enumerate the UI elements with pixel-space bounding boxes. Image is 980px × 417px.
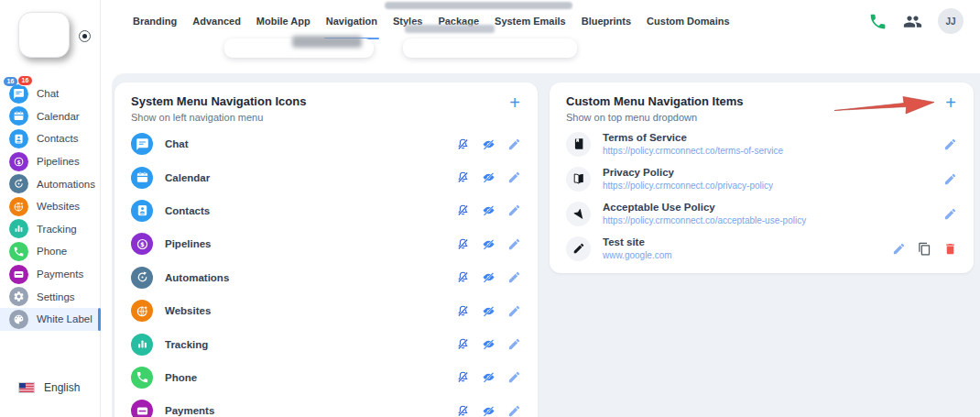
sidebar-item-label: Websites [37, 201, 80, 212]
tab-system-emails[interactable]: System Emails [495, 16, 566, 32]
tracking-icon [131, 334, 153, 356]
system-menu-row-contacts: Contacts [114, 194, 538, 227]
edit-icon[interactable] [507, 404, 521, 417]
add-custom-item-button[interactable]: + [942, 92, 960, 114]
logo-radio-button[interactable] [79, 30, 91, 42]
edit-icon[interactable] [943, 137, 957, 151]
tab-blueprints[interactable]: Blueprints [582, 16, 631, 32]
hide-on-web-icon[interactable] [456, 404, 470, 417]
sidebar-icon-wrap: $ [9, 152, 28, 171]
calendar-icon [9, 106, 28, 126]
hide-on-mobile-icon[interactable] [482, 304, 495, 318]
hide-on-web-icon[interactable] [456, 170, 470, 184]
chat-icon [131, 133, 153, 155]
tab-mobile-app[interactable]: Mobile App [256, 16, 310, 32]
hide-on-mobile-icon[interactable] [482, 237, 495, 251]
chat-icon [9, 84, 28, 104]
hide-on-mobile-icon[interactable] [482, 270, 495, 284]
add-system-item-button[interactable]: + [506, 92, 524, 114]
tracking-icon [9, 219, 28, 238]
hide-on-web-icon[interactable] [456, 337, 470, 351]
tab-advanced[interactable]: Advanced [192, 16, 241, 32]
hide-on-mobile-icon[interactable] [482, 137, 495, 151]
hide-on-web-icon[interactable] [456, 370, 470, 384]
sidebar-item-websites[interactable]: Websites [0, 195, 101, 218]
edit-icon[interactable] [507, 337, 521, 351]
language-selector[interactable]: English [0, 381, 101, 394]
edit-icon[interactable] [507, 137, 521, 151]
agency-logo [18, 12, 70, 58]
hide-on-web-icon[interactable] [456, 137, 470, 151]
hide-on-web-icon[interactable] [456, 237, 470, 251]
row-actions [943, 207, 957, 221]
hide-on-mobile-icon[interactable] [482, 404, 495, 417]
custom-item-text: Privacy Policy https://policy.crmconnect… [603, 167, 773, 191]
phone-icon [9, 242, 28, 261]
custom-item-url[interactable]: https://policy.crmconnect.co/privacy-pol… [603, 181, 773, 191]
sidebar-item-label: White Label [37, 313, 93, 324]
sidebar-icon-wrap [9, 197, 28, 216]
contacts-icon [131, 200, 153, 222]
sidebar-item-label: Calendar [37, 111, 80, 122]
hide-on-mobile-icon[interactable] [482, 203, 495, 217]
edit-icon[interactable] [507, 203, 521, 217]
delete-icon[interactable] [943, 242, 957, 256]
users-icon[interactable] [903, 12, 922, 31]
system-card-header: System Menu Navigation Icons Show on lef… [114, 82, 538, 123]
custom-item-url[interactable]: www.google.com [603, 250, 672, 260]
copy-icon[interactable] [918, 242, 931, 256]
sidebar-item-white-label[interactable]: White Label [0, 308, 101, 331]
edit-icon[interactable] [507, 170, 521, 184]
row-actions [456, 170, 521, 184]
sidebar-item-pipelines[interactable]: $ Pipelines [0, 150, 101, 173]
custom-item-url[interactable]: https://policy.crmconnect.co/acceptable-… [603, 215, 806, 225]
custom-menu-row-test-site: Test site www.google.com [550, 231, 974, 266]
menu-item-label: Automations [165, 272, 229, 283]
hide-on-web-icon[interactable] [456, 270, 470, 284]
system-menu-row-pipelines: $ Pipelines [114, 227, 538, 260]
sidebar: 1616 Chat Calendar Contacts $ Pipelines … [0, 0, 101, 417]
sidebar-item-calendar[interactable]: Calendar [0, 105, 101, 128]
phone-icon[interactable] [868, 12, 887, 31]
custom-item-url[interactable]: https://policy.crmconnect.co/terms-of-se… [603, 146, 783, 156]
hide-on-web-icon[interactable] [456, 304, 470, 318]
row-actions [456, 404, 521, 417]
edit-icon[interactable] [943, 207, 957, 221]
edit-icon[interactable] [892, 242, 906, 256]
edit-icon[interactable] [507, 237, 521, 251]
hide-on-mobile-icon[interactable] [482, 170, 495, 184]
custom-menu-navigation-card: Custom Menu Navigation Items Show on top… [550, 82, 974, 273]
pencil-icon [566, 236, 591, 261]
sidebar-item-automations[interactable]: Automations [0, 172, 101, 195]
hide-on-mobile-icon[interactable] [482, 337, 495, 351]
sidebar-item-settings[interactable]: Settings [0, 285, 101, 308]
custom-item-text: Acceptable Use Policy https://policy.crm… [603, 202, 806, 225]
edit-icon[interactable] [507, 270, 521, 284]
row-actions [456, 137, 521, 151]
sidebar-item-contacts[interactable]: Contacts [0, 127, 101, 150]
topbar-icons: JJ [868, 8, 964, 34]
sidebar-item-label: Settings [37, 291, 75, 302]
tab-navigation[interactable]: Navigation [326, 16, 377, 32]
row-actions [456, 203, 521, 217]
hide-on-web-icon[interactable] [456, 203, 470, 217]
sidebar-item-payments[interactable]: Payments [0, 263, 101, 286]
open-book-icon [566, 167, 591, 192]
edit-icon[interactable] [943, 172, 957, 186]
sidebar-item-chat[interactable]: 1616 Chat [0, 82, 101, 105]
custom-item-label: Acceptable Use Policy [603, 202, 806, 213]
sidebar-item-tracking[interactable]: Tracking [0, 218, 101, 241]
sidebar-icon-wrap [9, 106, 28, 126]
edit-icon[interactable] [507, 304, 521, 318]
row-actions [456, 270, 521, 284]
us-flag-icon [18, 382, 35, 393]
avatar[interactable]: JJ [938, 8, 964, 34]
sidebar-item-phone[interactable]: Phone [0, 240, 101, 263]
radio-dot [82, 34, 88, 39]
tab-custom-domains[interactable]: Custom Domains [647, 16, 729, 32]
notification-badge: 16 [17, 75, 33, 86]
tab-branding[interactable]: Branding [133, 16, 177, 32]
hide-on-mobile-icon[interactable] [482, 370, 495, 384]
system-menu-row-automations: Automations [114, 261, 538, 294]
edit-icon[interactable] [507, 370, 521, 384]
